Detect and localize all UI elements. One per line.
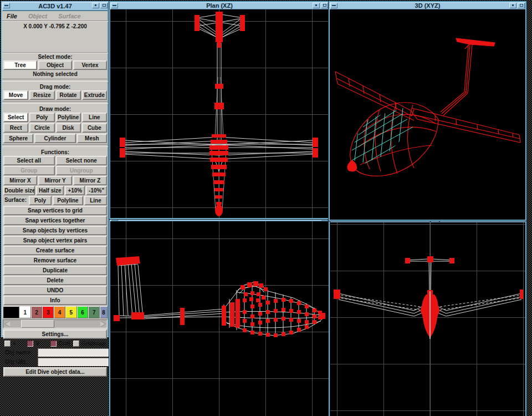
shade-icon[interactable] [509, 3, 516, 8]
selection-status: Nothing selected [2, 70, 108, 78]
draw-cylinder-button[interactable]: Cylinder [34, 134, 75, 143]
draw-select-button[interactable]: Select [3, 113, 28, 122]
shade-icon[interactable] [92, 3, 99, 8]
shade-icon[interactable] [313, 3, 320, 8]
menu-file[interactable]: File [7, 13, 17, 19]
select-mode-label: Select mode: [2, 53, 108, 60]
color-swatch-3[interactable]: 3 [42, 306, 54, 318]
color-swatch-1[interactable]: 1 [19, 306, 31, 318]
mirror-y-button[interactable]: Mirror Y [38, 176, 72, 185]
drag-extrude-button[interactable]: Extrude [82, 90, 107, 100]
checkbox-grid[interactable]: Grid [50, 341, 71, 347]
surface-polyline-button[interactable]: Polyline [53, 196, 83, 205]
glider-3d-wireframe [330, 9, 523, 219]
group-button[interactable]: Group [3, 166, 55, 175]
mirror-x-button[interactable]: Mirror X [3, 176, 37, 185]
select-mode-vertex-button[interactable]: Vertex [73, 60, 107, 70]
side-viewport-window: Side (YZ) [329, 214, 526, 416]
plus-10pct-button[interactable]: +10% [65, 186, 85, 195]
drag-resize-button[interactable]: Resize [29, 90, 54, 100]
color-swatch-4[interactable]: 4 [54, 306, 65, 318]
minimize-icon[interactable] [330, 3, 337, 8]
ungroup-button[interactable]: Ungroup [56, 166, 108, 175]
plus-checkbox-indicator[interactable] [4, 341, 11, 347]
duplicate-button[interactable]: Duplicate [3, 266, 107, 275]
remove-surface-button[interactable]: Remove surface [3, 256, 107, 265]
undo-button[interactable]: UNDO [3, 286, 107, 295]
color-swatch-2[interactable]: 2 [31, 306, 43, 318]
plan-viewport-window: Plan (XZ) [109, 1, 330, 219]
scroll-left-icon[interactable] [3, 320, 12, 328]
minimize-icon[interactable] [3, 3, 10, 8]
drag-rotate-button[interactable]: Rotate [56, 90, 81, 100]
select-none-button[interactable]: Select none [56, 156, 108, 165]
select-all-button[interactable]: Select all [3, 156, 55, 165]
checkbox-plus[interactable]: + [4, 341, 25, 347]
draw-polyline-button[interactable]: Polyline [56, 113, 81, 122]
maximize-icon[interactable] [518, 3, 525, 8]
palette-scrollbar[interactable] [3, 319, 108, 328]
snap-vertices-together-button[interactable]: Snap vertices together [3, 216, 107, 225]
coordinate-readout: X 0.000 Y -0.795 Z -2.200 [2, 21, 108, 53]
plus-checkbox-label: + [13, 341, 16, 347]
3d-titlebar[interactable]: 3D (XYZ) [330, 2, 525, 10]
draw-mode-label: Draw mode: [2, 105, 108, 113]
color-swatch-7[interactable]: 7 [88, 306, 100, 318]
obj-name-input[interactable] [38, 348, 115, 357]
settings-button[interactable]: Settings... [3, 329, 107, 339]
snap-vertex-pairs-button[interactable]: Snap object vertex pairs [3, 236, 107, 245]
maximize-icon[interactable] [321, 3, 328, 8]
v-checkbox-indicator[interactable] [27, 341, 33, 347]
mirror-z-button[interactable]: Mirror Z [73, 176, 107, 185]
half-size-button[interactable]: Half size [36, 186, 64, 195]
draw-line-button[interactable]: Line [82, 113, 107, 122]
obj-url-input[interactable] [38, 358, 115, 366]
color-swatch-6[interactable]: 6 [77, 306, 89, 318]
front-view-canvas[interactable] [110, 221, 329, 416]
color-swatch-black[interactable] [3, 306, 19, 318]
info-button[interactable]: Info [3, 296, 107, 305]
checkbox-gridsnap[interactable]: Gridsnap [73, 341, 106, 347]
select-mode-tree-button[interactable]: Tree [3, 60, 37, 70]
draw-mesh-button[interactable]: Mesh [77, 134, 107, 143]
front-vertex-markers [334, 256, 523, 338]
side-view-canvas[interactable] [330, 222, 525, 416]
scrollbar-thumb[interactable] [21, 320, 54, 328]
edit-dive-object-button[interactable]: Edit Dive object data... [3, 367, 107, 377]
menu-surface[interactable]: Surface [58, 13, 80, 19]
draw-rect-button[interactable]: Rect [3, 123, 28, 133]
color-swatch-5[interactable]: 5 [65, 306, 77, 318]
draw-cube-button[interactable]: Cube [82, 123, 107, 133]
checkbox-v[interactable]: V [27, 341, 48, 347]
plan-titlebar[interactable]: Plan (XZ) [110, 2, 329, 10]
double-size-button[interactable]: Double size [3, 186, 35, 195]
3d-view-canvas[interactable] [330, 9, 525, 220]
snap-vertices-grid-button[interactable]: Snap vertices to grid [3, 206, 107, 215]
gridsnap-checkbox-indicator[interactable] [73, 341, 79, 347]
color-swatch-8[interactable]: 8 [100, 306, 108, 318]
surface-line-button[interactable]: Line [84, 196, 107, 205]
plan-view-canvas[interactable] [110, 9, 329, 218]
minimize-icon[interactable] [111, 3, 118, 8]
drag-mode-label: Drag mode: [2, 83, 108, 90]
draw-disk-button[interactable]: Disk [56, 123, 81, 133]
grid-checkbox-indicator[interactable] [50, 341, 57, 347]
drag-move-button[interactable]: Move [3, 90, 28, 100]
surface-poly-button[interactable]: Poly [29, 196, 52, 205]
draw-poly-button[interactable]: Poly [29, 113, 54, 122]
tool-panel-titlebar[interactable]: AC3D v1.47 [2, 2, 108, 11]
glider-front-view-wireframe [330, 222, 523, 416]
select-mode-object-button[interactable]: Object [38, 60, 72, 70]
draw-circle-button[interactable]: Circle [29, 123, 54, 133]
canopy-mesh [350, 108, 414, 169]
scroll-right-icon[interactable] [98, 320, 107, 328]
tool-panel-window: AC3D v1.47 File Object Surface X 0.000 Y… [1, 1, 109, 337]
create-surface-button[interactable]: Create surface [3, 246, 107, 255]
delete-button[interactable]: Delete [3, 276, 107, 285]
minus-10pct-button[interactable]: -10%" [86, 186, 107, 195]
maximize-icon[interactable] [100, 3, 108, 8]
snap-objects-vertices-button[interactable]: Snap objects by vertices [3, 226, 107, 235]
draw-sphere-button[interactable]: Sphere [3, 134, 33, 143]
menubar: File Object Surface [2, 11, 108, 21]
menu-object[interactable]: Object [28, 13, 47, 19]
